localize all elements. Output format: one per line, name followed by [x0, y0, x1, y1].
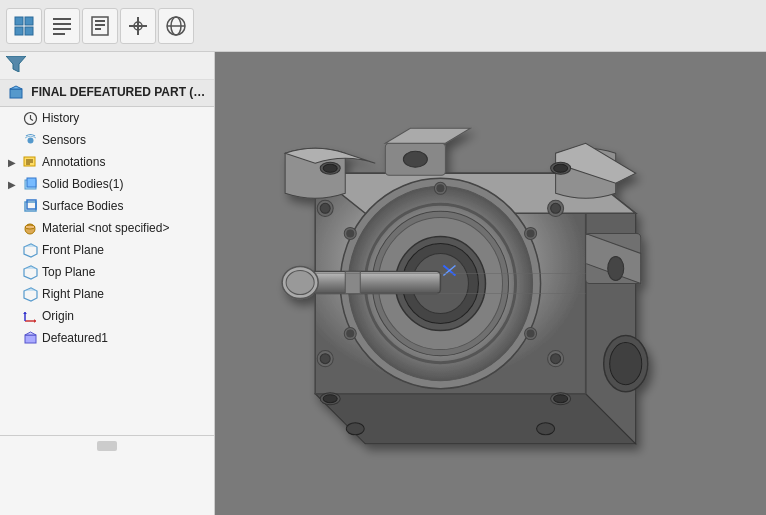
expand-arrow: ▶	[8, 157, 18, 168]
right-plane-icon	[22, 286, 38, 302]
dxf-manager-btn[interactable]	[120, 8, 156, 44]
solid-bodies-label: Solid Bodies(1)	[42, 177, 123, 191]
part-icon	[8, 85, 24, 101]
tree-item-defeatured1[interactable]: Defeatured1	[0, 327, 214, 349]
svg-rect-9	[95, 20, 105, 22]
tree-item-origin[interactable]: Origin	[0, 305, 214, 327]
tree-item-surface-bodies[interactable]: Surface Bodies	[0, 195, 214, 217]
configuration-manager-btn[interactable]	[82, 8, 118, 44]
svg-rect-45	[25, 335, 36, 343]
annotations-icon	[22, 154, 38, 170]
svg-point-88	[436, 184, 444, 192]
front-plane-label: Front Plane	[42, 243, 104, 257]
svg-marker-46	[25, 332, 36, 335]
svg-point-62	[323, 164, 337, 172]
right-plane-label: Right Plane	[42, 287, 104, 301]
origin-icon	[22, 308, 38, 324]
display-manager-btn[interactable]	[158, 8, 194, 44]
svg-point-86	[537, 423, 555, 435]
svg-rect-1	[25, 17, 33, 25]
history-icon	[22, 110, 38, 126]
svg-point-96	[346, 229, 354, 237]
tree-item-front-plane[interactable]: Front Plane	[0, 239, 214, 261]
svg-point-80	[320, 354, 330, 364]
svg-marker-18	[6, 56, 26, 72]
tree-item-right-plane[interactable]: Right Plane	[0, 283, 214, 305]
svg-marker-58	[345, 271, 360, 293]
svg-marker-43	[34, 319, 36, 323]
surface-bodies-icon	[22, 198, 38, 214]
svg-rect-4	[53, 18, 71, 20]
feature-manager-btn[interactable]	[6, 8, 42, 44]
svg-point-94	[346, 330, 354, 338]
top-plane-label: Top Plane	[42, 265, 95, 279]
tree-list[interactable]: History Sensors ▶	[0, 107, 214, 435]
svg-rect-0	[15, 17, 23, 25]
material-label: Material <not specified>	[42, 221, 169, 235]
viewport[interactable]	[215, 52, 766, 515]
svg-rect-3	[25, 27, 33, 35]
svg-marker-44	[23, 312, 27, 314]
front-plane-icon	[22, 242, 38, 258]
svg-point-66	[323, 395, 337, 403]
svg-point-90	[527, 229, 535, 237]
3d-model	[215, 52, 766, 515]
svg-point-68	[554, 395, 568, 403]
svg-rect-5	[53, 23, 71, 25]
svg-point-78	[320, 203, 330, 213]
property-manager-btn[interactable]	[44, 8, 80, 44]
tree-item-sensors[interactable]: Sensors	[0, 129, 214, 151]
sidebar-bottom-panel	[0, 435, 214, 515]
tree-item-annotations[interactable]: ▶ Annotations	[0, 151, 214, 173]
svg-marker-20	[10, 86, 22, 89]
svg-point-92	[527, 330, 535, 338]
svg-point-24	[27, 137, 33, 143]
tree-item-history[interactable]: History	[0, 107, 214, 129]
tree-item-material[interactable]: Material <not specified>	[0, 217, 214, 239]
svg-rect-10	[95, 24, 105, 26]
svg-point-82	[551, 203, 561, 213]
svg-point-74	[610, 343, 642, 385]
sidebar-title: FINAL DEFEATURED PART (Defaul	[0, 80, 214, 107]
resize-handle[interactable]	[97, 441, 117, 451]
svg-point-72	[608, 256, 624, 280]
svg-point-34	[25, 225, 35, 229]
svg-point-84	[551, 354, 561, 364]
sidebar-filter	[0, 52, 214, 80]
svg-line-23	[30, 119, 33, 121]
defeatured1-label: Defeatured1	[42, 331, 108, 345]
filter-icon	[6, 56, 26, 72]
toolbar	[0, 0, 766, 52]
solid-bodies-icon	[22, 176, 38, 192]
tree-item-solid-bodies[interactable]: ▶ Solid Bodies(1)	[0, 173, 214, 195]
svg-rect-30	[27, 178, 36, 187]
material-icon	[22, 220, 38, 236]
sensors-label: Sensors	[42, 133, 86, 147]
tree-item-top-plane[interactable]: Top Plane	[0, 261, 214, 283]
expand-arrow: ▶	[8, 179, 18, 190]
svg-rect-11	[95, 28, 101, 30]
sensors-icon	[22, 132, 38, 148]
history-label: History	[42, 111, 79, 125]
svg-rect-7	[53, 33, 65, 35]
surface-bodies-label: Surface Bodies	[42, 199, 123, 213]
annotations-label: Annotations	[42, 155, 105, 169]
svg-rect-2	[15, 27, 23, 35]
svg-point-64	[554, 164, 568, 172]
origin-label: Origin	[42, 309, 74, 323]
svg-point-57	[286, 270, 314, 294]
svg-rect-6	[53, 28, 71, 30]
svg-point-70	[403, 151, 427, 167]
part-title: FINAL DEFEATURED PART (Defaul	[31, 85, 214, 99]
svg-rect-19	[10, 89, 22, 98]
sidebar: FINAL DEFEATURED PART (Defaul History	[0, 52, 215, 515]
main-area: FINAL DEFEATURED PART (Defaul History	[0, 52, 766, 515]
svg-point-85	[346, 423, 364, 435]
defeatured1-icon	[22, 330, 38, 346]
top-plane-icon	[22, 264, 38, 280]
